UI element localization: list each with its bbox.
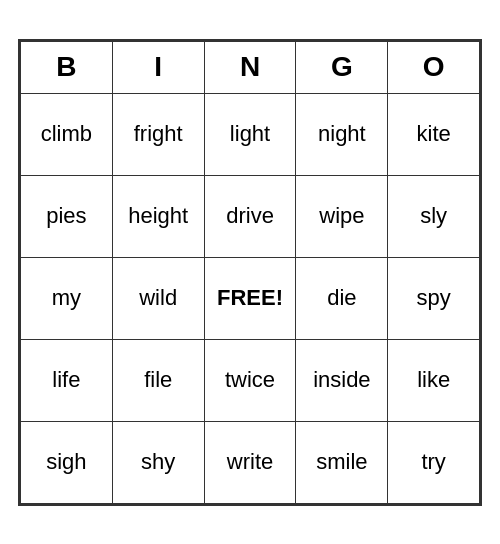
table-cell: shy bbox=[112, 421, 204, 503]
table-cell: FREE! bbox=[204, 257, 296, 339]
table-row: mywildFREE!diespy bbox=[21, 257, 480, 339]
table-cell: sigh bbox=[21, 421, 113, 503]
table-cell: light bbox=[204, 93, 296, 175]
table-cell: inside bbox=[296, 339, 388, 421]
table-cell: wipe bbox=[296, 175, 388, 257]
header-g: G bbox=[296, 41, 388, 93]
table-cell: my bbox=[21, 257, 113, 339]
table-cell: twice bbox=[204, 339, 296, 421]
header-n: N bbox=[204, 41, 296, 93]
bingo-table: B I N G O climbfrightlightnightkitepiesh… bbox=[20, 41, 480, 504]
table-row: climbfrightlightnightkite bbox=[21, 93, 480, 175]
table-cell: fright bbox=[112, 93, 204, 175]
table-cell: drive bbox=[204, 175, 296, 257]
table-cell: climb bbox=[21, 93, 113, 175]
table-cell: spy bbox=[388, 257, 480, 339]
bingo-body: climbfrightlightnightkitepiesheightdrive… bbox=[21, 93, 480, 503]
table-cell: write bbox=[204, 421, 296, 503]
header-i: I bbox=[112, 41, 204, 93]
table-cell: try bbox=[388, 421, 480, 503]
header-b: B bbox=[21, 41, 113, 93]
table-cell: wild bbox=[112, 257, 204, 339]
table-cell: pies bbox=[21, 175, 113, 257]
table-cell: night bbox=[296, 93, 388, 175]
table-cell: like bbox=[388, 339, 480, 421]
header-row: B I N G O bbox=[21, 41, 480, 93]
header-o: O bbox=[388, 41, 480, 93]
table-cell: sly bbox=[388, 175, 480, 257]
table-cell: life bbox=[21, 339, 113, 421]
table-row: lifefiletwiceinsidelike bbox=[21, 339, 480, 421]
bingo-card: B I N G O climbfrightlightnightkitepiesh… bbox=[18, 39, 482, 506]
table-row: piesheightdrivewipesly bbox=[21, 175, 480, 257]
table-cell: smile bbox=[296, 421, 388, 503]
table-cell: kite bbox=[388, 93, 480, 175]
table-cell: height bbox=[112, 175, 204, 257]
table-row: sighshywritesmiletry bbox=[21, 421, 480, 503]
table-cell: die bbox=[296, 257, 388, 339]
table-cell: file bbox=[112, 339, 204, 421]
